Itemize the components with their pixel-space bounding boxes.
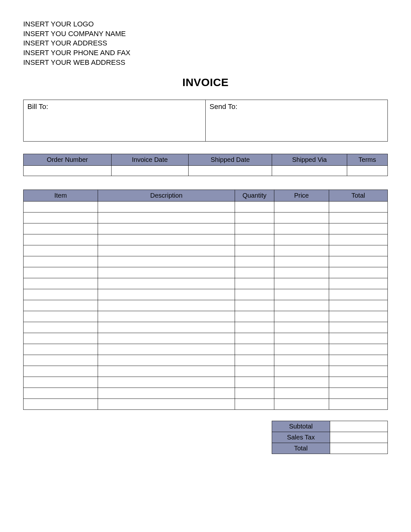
item-item-cell — [24, 377, 98, 388]
quantity-header: Quantity — [235, 190, 274, 202]
company-info-block: INSERT YOUR LOGO INSERT YOU COMPANY NAME… — [23, 19, 388, 67]
item-quantity-cell — [235, 399, 274, 410]
item-description-cell — [98, 245, 235, 256]
item-quantity-cell — [235, 355, 274, 366]
item-row — [24, 278, 388, 289]
item-price-cell — [274, 399, 329, 410]
item-item-cell — [24, 223, 98, 234]
company-phone-line: INSERT YOUR PHONE AND FAX — [23, 48, 388, 58]
item-quantity-cell — [235, 234, 274, 245]
item-row — [24, 388, 388, 399]
item-description-cell — [98, 333, 235, 344]
item-description-cell — [98, 234, 235, 245]
item-quantity-cell — [235, 278, 274, 289]
invoice-title: INVOICE — [23, 76, 388, 89]
item-item-cell — [24, 212, 98, 223]
item-item-cell — [24, 300, 98, 311]
item-quantity-cell — [235, 202, 274, 212]
item-description-cell — [98, 212, 235, 223]
item-quantity-cell — [235, 344, 274, 355]
terms-header: Terms — [347, 154, 387, 166]
item-price-cell — [274, 366, 329, 377]
item-item-cell — [24, 355, 98, 366]
item-total-cell — [329, 366, 387, 377]
item-row — [24, 289, 388, 300]
total-header: Total — [329, 190, 387, 202]
item-description-cell — [98, 289, 235, 300]
description-header: Description — [98, 190, 235, 202]
order-info-row — [24, 166, 388, 176]
item-quantity-cell — [235, 366, 274, 377]
item-quantity-cell — [235, 256, 274, 267]
item-price-cell — [274, 245, 329, 256]
item-description-cell — [98, 366, 235, 377]
item-description-cell — [98, 377, 235, 388]
order-info-table: Order Number Invoice Date Shipped Date S… — [23, 154, 388, 176]
item-price-cell — [274, 223, 329, 234]
bill-to-label: Bill To: — [27, 103, 48, 111]
item-item-cell — [24, 311, 98, 322]
bill-to-cell: Bill To: — [24, 100, 205, 141]
item-row — [24, 267, 388, 278]
item-item-cell — [24, 344, 98, 355]
invoice-date-value — [111, 166, 188, 176]
item-total-cell — [329, 278, 387, 289]
item-description-cell — [98, 223, 235, 234]
item-price-cell — [274, 322, 329, 333]
item-description-cell — [98, 355, 235, 366]
price-header: Price — [274, 190, 329, 202]
invoice-page: INSERT YOUR LOGO INSERT YOU COMPANY NAME… — [0, 0, 411, 532]
item-price-cell — [274, 289, 329, 300]
item-row — [24, 399, 388, 410]
item-description-cell — [98, 388, 235, 399]
item-description-cell — [98, 300, 235, 311]
item-price-cell — [274, 234, 329, 245]
item-description-cell — [98, 202, 235, 212]
item-total-cell — [329, 289, 387, 300]
item-item-cell — [24, 234, 98, 245]
item-quantity-cell — [235, 377, 274, 388]
item-total-cell — [329, 223, 387, 234]
item-price-cell — [274, 388, 329, 399]
item-item-cell — [24, 399, 98, 410]
item-row — [24, 377, 388, 388]
item-total-cell — [329, 311, 387, 322]
subtotal-value — [330, 421, 387, 432]
item-price-cell — [274, 344, 329, 355]
item-row — [24, 355, 388, 366]
item-total-cell — [329, 245, 387, 256]
item-total-cell — [329, 256, 387, 267]
item-row — [24, 344, 388, 355]
address-box: Bill To: Send To: — [23, 100, 388, 142]
item-price-cell — [274, 311, 329, 322]
item-row — [24, 366, 388, 377]
item-total-cell — [329, 388, 387, 399]
salestax-value — [330, 432, 387, 443]
item-price-cell — [274, 256, 329, 267]
item-item-cell — [24, 202, 98, 212]
item-description-cell — [98, 267, 235, 278]
company-name-line: INSERT YOU COMPANY NAME — [23, 29, 388, 39]
item-total-cell — [329, 377, 387, 388]
item-description-cell — [98, 256, 235, 267]
item-total-cell — [329, 333, 387, 344]
item-price-cell — [274, 300, 329, 311]
total-label: Total — [272, 443, 330, 454]
item-row — [24, 300, 388, 311]
item-quantity-cell — [235, 267, 274, 278]
company-logo-line: INSERT YOUR LOGO — [23, 19, 388, 29]
item-description-cell — [98, 399, 235, 410]
item-row — [24, 202, 388, 212]
item-quantity-cell — [235, 289, 274, 300]
item-total-cell — [329, 322, 387, 333]
summary-wrap: Subtotal Sales Tax Total — [23, 421, 388, 454]
item-price-cell — [274, 267, 329, 278]
item-total-cell — [329, 344, 387, 355]
shipped-via-value — [272, 166, 347, 176]
terms-value — [347, 166, 387, 176]
item-item-cell — [24, 289, 98, 300]
item-row — [24, 223, 388, 234]
send-to-label: Send To: — [210, 103, 237, 111]
item-description-cell — [98, 278, 235, 289]
item-item-cell — [24, 267, 98, 278]
